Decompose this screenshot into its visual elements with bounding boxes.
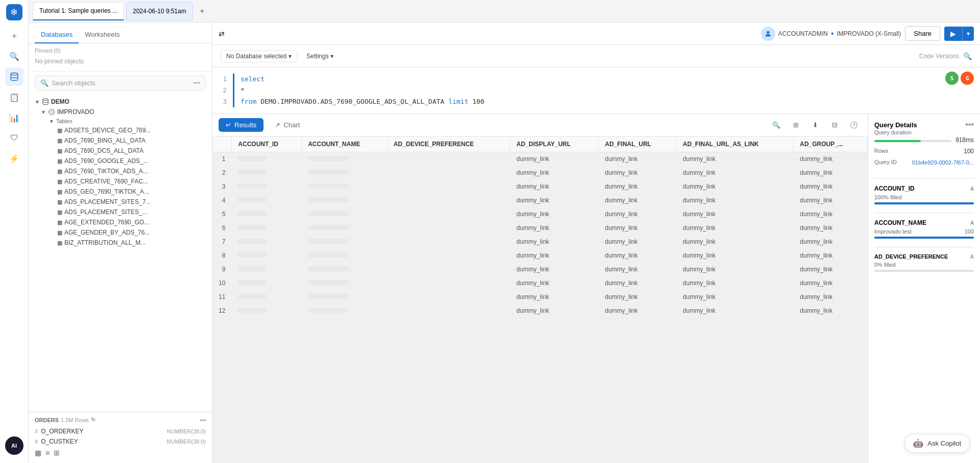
run-play-icon[interactable]: ▶ xyxy=(944,27,963,41)
icon-bar: ❄ ＋ 🔍 📋 📊 🛡 ⚡ AI xyxy=(0,0,29,463)
table-row[interactable]: 8dummy_linkdummy_linkdummy_linkdummy_lin… xyxy=(212,249,868,263)
table-row[interactable]: 12dummy_linkdummy_linkdummy_linkdummy_li… xyxy=(212,304,868,318)
tree-table-5[interactable]: ▦ ADS_CREATIVE_7690_FAC... xyxy=(29,176,212,187)
toolbar-filter-icon[interactable]: ⇄ xyxy=(219,30,225,38)
ask-copilot-button[interactable]: 🤖 Ask Copilot xyxy=(904,434,970,453)
more-options-icon[interactable]: ••• xyxy=(193,79,200,87)
table-list-icon[interactable]: ≡ xyxy=(45,449,50,457)
col-ad-final-url[interactable]: AD_FINAL_URL xyxy=(599,136,677,152)
orders-header[interactable]: ORDERS 1.5M Rows ↻ ••• xyxy=(35,416,206,423)
rows-row: Rows 100 xyxy=(874,148,974,155)
cell-dummy-link: dummy_link xyxy=(677,235,794,249)
tree-table-6[interactable]: ▦ ADS_GEO_7690_TIKTOK_A... xyxy=(29,187,212,197)
sql-editor[interactable]: 1 2 3 select * from DEMO.IMPROVADO.ADS_7… xyxy=(212,67,980,114)
col-type-badge: A xyxy=(970,220,974,226)
orders-field-1[interactable]: # O_CUSTKEY NUMBER(38,0) xyxy=(35,436,206,447)
tree-table-9[interactable]: ▦ AGE_EXTENDED_7690_GO... xyxy=(29,217,212,227)
tab-add-button[interactable]: + xyxy=(195,4,209,18)
tree-table-4[interactable]: ▦ ADS_7690_TIKTOK_ADS_A... xyxy=(29,166,212,176)
tab-timestamp[interactable]: 2024-06-10 9:51am xyxy=(126,2,193,20)
sidebar-item-security[interactable]: 🛡 xyxy=(5,129,23,147)
tree-table-11[interactable]: ▦ BIZ_ATTRIBUTION_ALL_M... xyxy=(29,238,212,248)
cell-placeholder xyxy=(232,180,302,194)
sidebar-item-search[interactable]: 🔍 xyxy=(5,47,23,65)
col-account-id[interactable]: ACCOUNT_ID xyxy=(232,136,302,152)
orders-more-icon[interactable]: ••• xyxy=(200,417,206,423)
table-icon: ▦ xyxy=(57,168,62,175)
cell-dummy-link: dummy_link xyxy=(510,166,599,180)
table-row[interactable]: 6dummy_linkdummy_linkdummy_linkdummy_lin… xyxy=(212,221,868,235)
table-row[interactable]: 11dummy_linkdummy_linkdummy_linkdummy_li… xyxy=(212,290,868,304)
tab-tutorial[interactable]: Tutorial 1: Sample queries ... xyxy=(33,2,124,20)
table-row[interactable]: 1dummy_linkdummy_linkdummy_linkdummy_lin… xyxy=(212,152,868,166)
sidebar-item-history[interactable]: 📋 xyxy=(5,88,23,106)
download-button[interactable]: ⬇ xyxy=(807,118,823,133)
table-row[interactable]: 3dummy_linkdummy_linkdummy_linkdummy_lin… xyxy=(212,180,868,194)
col-account-name[interactable]: ACCOUNT_NAME xyxy=(302,136,388,152)
code-versions-label[interactable]: Code Versions xyxy=(919,53,959,60)
sidebar-item-add[interactable]: ＋ xyxy=(5,27,23,45)
tree-table-1[interactable]: ▦ ADS_7690_BING_ALL_DATA xyxy=(29,135,212,146)
col-ad-final-url-as-link[interactable]: AD_FINAL_URL_AS_LINK xyxy=(677,136,794,152)
settings-button[interactable]: Settings ▾ xyxy=(301,51,339,62)
query-id-link[interactable]: 01b4e929-0002-7f67-0... xyxy=(912,159,974,166)
col3-progress-wrap xyxy=(874,270,974,272)
tree-table-8[interactable]: ▦ ADS_PLACEMENT_SITES_... xyxy=(29,207,212,217)
tree-db-demo[interactable]: ▼ DEMO xyxy=(29,97,212,107)
tree-table-3[interactable]: ▦ ADS_7690_GOOGLE_ADS_... xyxy=(29,156,212,166)
tree-table-2[interactable]: ▦ ADS_7690_DCS_ALL_DATA xyxy=(29,146,212,156)
col-ad-display-url[interactable]: AD_DISPLAY_URL xyxy=(510,136,599,152)
tree-schema-improvado[interactable]: ▼ IMPROVADO xyxy=(29,107,212,117)
tab-results[interactable]: ↵ Results xyxy=(219,118,264,132)
results-tab-left: ↵ Results ↗ Chart xyxy=(219,118,307,132)
split-view-button[interactable]: ⊟ xyxy=(827,118,842,133)
table-row[interactable]: 5dummy_linkdummy_linkdummy_linkdummy_lin… xyxy=(212,207,868,221)
search-box[interactable]: 🔍 ••• xyxy=(35,76,206,90)
cell-dummy-link: dummy_link xyxy=(677,152,794,166)
share-button[interactable]: Share xyxy=(905,26,940,41)
tab-databases[interactable]: Databases xyxy=(35,27,79,43)
sidebar-item-lightning[interactable]: ⚡ xyxy=(5,149,23,168)
search-results-button[interactable]: 🔍 xyxy=(769,118,784,133)
cell-placeholder xyxy=(232,152,302,166)
sidebar-item-monitor[interactable]: 📊 xyxy=(5,108,23,127)
table-row[interactable]: 2dummy_linkdummy_linkdummy_linkdummy_lin… xyxy=(212,166,868,180)
extension-icon-green[interactable]: S xyxy=(945,72,959,85)
tab-worksheets[interactable]: Worksheets xyxy=(79,27,126,43)
more-options-button[interactable]: ••• xyxy=(965,120,974,129)
tree-table-10[interactable]: ▦ AGE_GENDER_BY_ADS_76... xyxy=(29,227,212,238)
col-ad-device-pref[interactable]: AD_DEVICE_PREFERENCE xyxy=(387,136,510,152)
cell-dummy-link: dummy_link xyxy=(599,249,677,263)
run-button[interactable]: ▶ ▾ xyxy=(944,27,974,41)
cell-dummy-link: dummy_link xyxy=(599,180,677,194)
tree-tables-section[interactable]: ▼ Tables xyxy=(29,117,212,125)
table-row[interactable]: 7dummy_linkdummy_linkdummy_linkdummy_lin… xyxy=(212,235,868,249)
table-row[interactable]: 4dummy_linkdummy_linkdummy_linkdummy_lin… xyxy=(212,194,868,207)
user-icon xyxy=(764,30,772,38)
columns-button[interactable]: ⊞ xyxy=(788,118,803,133)
table-row[interactable]: 9dummy_linkdummy_linkdummy_linkdummy_lin… xyxy=(212,263,868,276)
history-button[interactable]: 🕐 xyxy=(846,118,862,133)
table-grid-icon[interactable]: ▦ xyxy=(35,449,41,457)
search-small-icon[interactable]: 🔍 xyxy=(963,52,972,60)
tab-chart[interactable]: ↗ Chart xyxy=(268,118,307,132)
db-selector[interactable]: No Database selected ▾ xyxy=(221,50,297,62)
tree-table-0[interactable]: ▦ ADSETS_DEVICE_GEO_769... xyxy=(29,125,212,135)
app-logo[interactable]: ❄ xyxy=(6,4,22,20)
run-chevron-icon[interactable]: ▾ xyxy=(963,27,974,40)
code-content[interactable]: select * from DEMO.IMPROVADO.ADS_7690_GO… xyxy=(234,72,980,109)
table-menu-icon[interactable]: ⊞ xyxy=(54,449,60,457)
grammarly-icon[interactable]: G xyxy=(961,72,974,85)
table-name: AGE_GENDER_BY_ADS_76... xyxy=(64,229,150,236)
tree-table-7[interactable]: ▦ ADS_PLACEMENT_SITES_7... xyxy=(29,197,212,207)
col-ad-group[interactable]: AD_GROUP_... xyxy=(794,136,868,152)
cell-dummy-link: dummy_link xyxy=(599,276,677,290)
sidebar-item-database[interactable] xyxy=(5,67,23,86)
cell-placeholder xyxy=(302,290,388,304)
cell-dummy-link: dummy_link xyxy=(677,194,794,207)
orders-field-0[interactable]: # O_ORDERKEY NUMBER(38,0) xyxy=(35,426,206,436)
search-input[interactable] xyxy=(52,79,190,87)
table-row[interactable]: 10dummy_linkdummy_linkdummy_linkdummy_li… xyxy=(212,276,868,290)
col-ad-device-pref-name: AD_DEVICE_PREFERENCE xyxy=(874,253,948,260)
ai-button[interactable]: AI xyxy=(5,436,23,455)
